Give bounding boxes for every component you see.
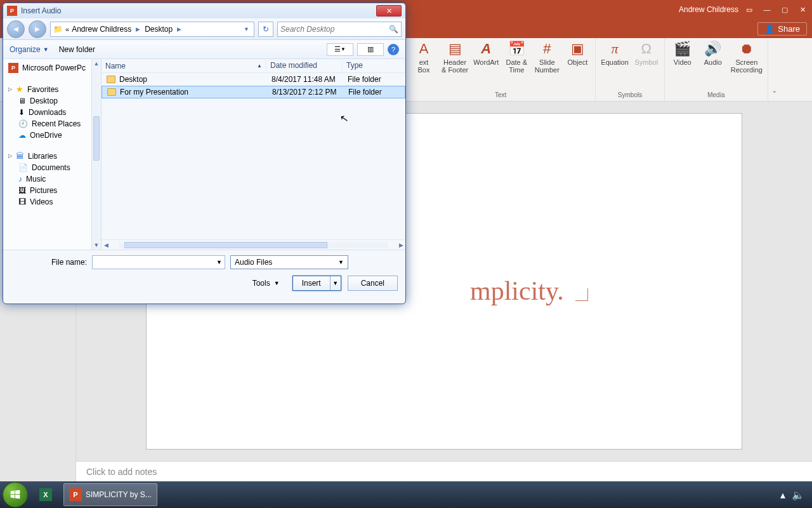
sidebar-favorites[interactable]: ▷★Favorites	[3, 83, 101, 95]
libraries-icon: 🏛	[16, 151, 24, 161]
file-list: Name▲ Date modified Type Desktop 8/4/201…	[102, 59, 405, 250]
slide-title-text: mplicity.	[470, 276, 564, 306]
slide-number-icon: #	[537, 41, 557, 57]
nav-back-button[interactable]: ◄	[7, 20, 25, 38]
sidebar-pictures[interactable]: 🖼Pictures	[3, 185, 101, 196]
breadcrumb-seg1[interactable]: Andrew Childress	[72, 25, 131, 34]
sidebar-recent[interactable]: 🕘Recent Places	[3, 118, 101, 130]
organize-menu[interactable]: Organize ▼	[10, 45, 49, 54]
music-icon: ♪	[18, 175, 22, 184]
collapse-ribbon-icon[interactable]: ˄	[768, 38, 781, 101]
screen-recording-button[interactable]: ⏺Screen Recording	[731, 41, 763, 74]
folder-icon	[107, 88, 116, 96]
wordart-button[interactable]: AWordArt	[473, 41, 499, 66]
symbol-icon: Ω	[636, 41, 657, 57]
tools-menu[interactable]: Tools ▼	[252, 279, 280, 288]
symbols-group-label: Symbols	[618, 90, 642, 100]
textbox-icon: A	[414, 41, 434, 57]
new-folder-button[interactable]: New folder	[59, 45, 95, 54]
file-row[interactable]: Desktop 8/4/2017 11:48 AM File folder	[102, 73, 405, 86]
datetime-icon: 📅	[506, 41, 527, 57]
tray-up-icon[interactable]: ▴	[780, 489, 785, 501]
tray-volume-icon[interactable]: 🔈	[792, 489, 804, 501]
help-button[interactable]: ?	[388, 44, 399, 55]
column-date-header[interactable]: Date modified	[266, 59, 343, 72]
insert-button[interactable]: Insert▼	[292, 276, 341, 291]
sidebar-scrollbar[interactable]: ▲▼	[91, 59, 101, 250]
horizontal-scrollbar[interactable]: ◀▶	[102, 239, 405, 250]
navigation-pane: PMicrosoft PowerPc ▷★Favorites 🖥Desktop …	[3, 59, 102, 250]
video-button[interactable]: 🎬Video	[670, 41, 695, 66]
pictures-icon: 🖼	[18, 186, 26, 195]
desktop-icon: 🖥	[18, 97, 26, 105]
sidebar-videos[interactable]: 🎞Videos	[3, 196, 101, 208]
star-icon: ★	[16, 84, 23, 94]
equation-icon: π	[605, 41, 625, 57]
text-group-label: Text	[495, 90, 506, 100]
powerpoint-icon: P	[8, 63, 18, 73]
sidebar-onedrive[interactable]: ☁OneDrive	[3, 130, 101, 141]
mouse-cursor: ↖	[339, 112, 349, 125]
datetime-button[interactable]: 📅Date & Time	[504, 41, 529, 74]
column-name-header[interactable]: Name▲	[102, 59, 266, 72]
audio-icon: 🔊	[703, 41, 723, 57]
history-dropdown-icon[interactable]: ▼	[242, 26, 251, 32]
sidebar-desktop[interactable]: 🖥Desktop	[3, 95, 101, 107]
sidebar-downloads[interactable]: ⬇Downloads	[3, 107, 101, 118]
preview-pane-button[interactable]: ▥	[357, 43, 384, 56]
documents-icon: 📄	[18, 163, 28, 172]
header-footer-button[interactable]: ▤Header & Footer	[442, 41, 468, 74]
file-row[interactable]: For my Presentation 8/13/2017 2:12 PM Fi…	[102, 86, 405, 98]
file-name-label: File name:	[11, 258, 87, 267]
file-type-filter[interactable]: Audio Files▼	[230, 255, 348, 269]
sidebar-music[interactable]: ♪Music	[3, 173, 101, 185]
sidebar-libraries[interactable]: ▷🏛Libraries	[3, 150, 101, 162]
object-icon: ▣	[567, 41, 587, 57]
slide-number-button[interactable]: #Slide Number	[534, 41, 560, 74]
header-footer-icon: ▤	[445, 41, 465, 57]
recent-icon: 🕘	[18, 119, 28, 128]
minimize-icon[interactable]: —	[763, 5, 771, 14]
column-type-header[interactable]: Type	[343, 59, 405, 72]
audio-button[interactable]: 🔊Audio	[700, 41, 726, 66]
dialog-close-button[interactable]: ✕	[376, 5, 402, 17]
search-input[interactable]	[280, 25, 389, 34]
folder-icon: 📁	[53, 25, 63, 34]
textbox-button[interactable]: Aext Box	[411, 41, 436, 74]
insert-dropdown[interactable]: ▼	[331, 280, 341, 286]
user-name: Andrew Childress	[679, 5, 738, 14]
maximize-icon[interactable]: ▢	[780, 5, 789, 14]
folder-icon	[107, 76, 115, 83]
object-button[interactable]: ▣Object	[565, 41, 590, 66]
ribbon-options-icon[interactable]: ▭	[745, 5, 754, 14]
powerpoint-app-icon: P	[7, 6, 17, 16]
breadcrumb-seg2[interactable]: Desktop	[145, 25, 173, 34]
screen-recording-icon: ⏺	[737, 41, 757, 57]
share-button[interactable]: 👤Share	[757, 22, 807, 36]
symbol-button: ΩSymbol	[634, 41, 659, 66]
cancel-button[interactable]: Cancel	[348, 276, 398, 291]
video-icon: 🎬	[672, 41, 693, 57]
wordart-icon: A	[476, 41, 496, 57]
search-icon[interactable]: 🔍	[389, 25, 398, 34]
taskbar-powerpoint[interactable]: PSIMPLICITY by S...	[63, 483, 157, 506]
taskbar-excel[interactable]: X	[30, 483, 61, 506]
sidebar-documents[interactable]: 📄Documents	[3, 162, 101, 173]
view-mode-button[interactable]: ☰ ▼	[327, 43, 353, 56]
text-selection-handle[interactable]	[575, 288, 588, 301]
close-icon[interactable]: ✕	[798, 5, 807, 14]
nav-forward-button[interactable]: ►	[29, 20, 46, 38]
onedrive-icon: ☁	[18, 131, 26, 140]
refresh-button[interactable]: ↻	[258, 22, 273, 37]
chevron-icon[interactable]: ▶	[134, 26, 142, 32]
search-box[interactable]: 🔍	[277, 22, 402, 37]
media-group-label: Media	[707, 90, 724, 100]
chevron-icon[interactable]: ▶	[175, 26, 183, 32]
file-name-input[interactable]: ▼	[92, 255, 225, 269]
sidebar-ms-powerpoint[interactable]: PMicrosoft PowerPc	[3, 62, 101, 74]
equation-button[interactable]: πEquation	[601, 41, 628, 66]
start-button[interactable]	[3, 482, 28, 507]
videos-icon: 🎞	[18, 197, 26, 206]
dialog-title: Insert Audio	[21, 6, 376, 15]
address-bar[interactable]: 📁 « Andrew Childress ▶ Desktop ▶ ▼	[50, 22, 254, 37]
